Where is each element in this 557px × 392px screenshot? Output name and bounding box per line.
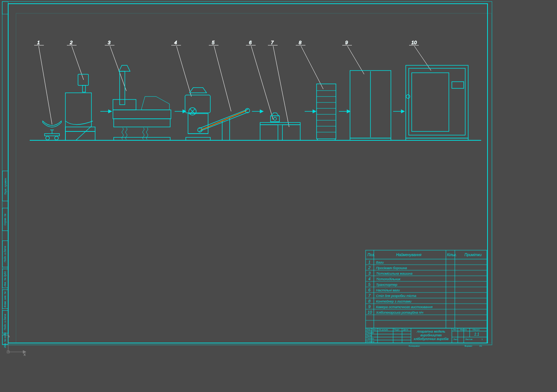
svg-rect-40 — [78, 74, 88, 85]
svg-line-18 — [347, 46, 364, 74]
svg-line-12 — [251, 46, 273, 120]
part-7: Стіл для розробки тіста — [376, 294, 416, 298]
th-name: Найменування — [396, 253, 422, 257]
side-strip-1: Перв. примен. — [2, 171, 8, 201]
part-10: Хлібопекарська ротаційна піч — [376, 311, 423, 314]
svg-rect-89 — [412, 73, 449, 131]
svg-line-2 — [39, 46, 52, 124]
eq-tablescale — [271, 113, 279, 122]
drawing-title-1: Апаратна модель — [417, 330, 446, 333]
side-strip-7: Инв. № подл. — [2, 335, 8, 344]
svg-text:Н.контр.: Н.контр. — [366, 340, 375, 343]
side-strip-5: Взам. инв. № — [2, 290, 8, 309]
svg-text:2: 2 — [368, 265, 370, 270]
svg-point-38 — [55, 136, 58, 140]
eq-rack — [317, 84, 336, 140]
svg-rect-91 — [452, 82, 464, 88]
svg-rect-36 — [45, 134, 59, 136]
svg-rect-42 — [65, 127, 95, 131]
svg-marker-23 — [109, 110, 111, 113]
part-1: Ваги — [376, 261, 383, 264]
callout-7: 7 — [271, 40, 274, 45]
svg-text:3: 3 — [368, 271, 371, 275]
svg-line-8 — [177, 46, 191, 97]
svg-text:8: 8 — [368, 299, 371, 303]
svg-text:Лист: Лист — [453, 338, 458, 340]
svg-text:Разраб.: Разраб. — [366, 331, 375, 334]
scale-value: 1:1 — [474, 332, 479, 336]
drawing-title-3: хлібобулочних виробів — [413, 337, 448, 341]
svg-marker-68 — [271, 113, 279, 116]
svg-text:Лист: Лист — [372, 329, 377, 331]
callout-2: 2 — [69, 40, 73, 45]
part-6: Настільні ваги — [376, 288, 400, 292]
side-strip-3: Подп. и дата — [2, 241, 8, 267]
drawing-canvas: 1 2 3 4 5 6 7 8 9 10 — [0, 0, 557, 392]
svg-rect-57 — [186, 137, 210, 140]
svg-text:4: 4 — [368, 277, 370, 281]
svg-text:9: 9 — [368, 304, 370, 309]
outer-border-thin — [2, 1, 492, 345]
callout-1: 1 — [37, 40, 40, 45]
svg-marker-48 — [119, 65, 130, 71]
svg-rect-41 — [82, 85, 85, 92]
svg-text:X: X — [24, 353, 26, 356]
svg-rect-87 — [406, 65, 468, 138]
svg-line-10 — [214, 46, 231, 111]
svg-text:Дата: Дата — [403, 329, 408, 331]
svg-marker-50 — [190, 88, 207, 93]
svg-rect-88 — [409, 68, 465, 135]
part-3: Тістомісильна машина — [376, 272, 412, 275]
side-strip-6: Подп. и дата — [2, 310, 8, 333]
eq-table — [260, 122, 300, 140]
callout-4: 4 — [174, 40, 177, 45]
part-5: Транспортер — [376, 283, 397, 287]
svg-marker-29 — [313, 110, 316, 113]
svg-text:6: 6 — [368, 288, 371, 292]
svg-marker-31 — [347, 110, 350, 113]
svg-point-67 — [273, 117, 276, 120]
svg-point-37 — [46, 136, 49, 140]
callout-9: 9 — [345, 40, 348, 45]
svg-text:5: 5 — [368, 282, 371, 287]
svg-rect-66 — [271, 116, 279, 122]
equipment — [43, 65, 468, 140]
svg-line-4 — [72, 46, 84, 80]
svg-text:10: 10 — [367, 310, 372, 314]
svg-marker-33 — [401, 110, 404, 113]
callout-8: 8 — [299, 40, 302, 45]
svg-rect-72 — [282, 125, 300, 140]
svg-rect-0 — [2, 1, 8, 14]
svg-text:Копировал: Копировал — [409, 345, 420, 347]
svg-line-20 — [414, 46, 431, 71]
svg-text:Листов: Листов — [465, 338, 473, 340]
th-pos: Поз. — [367, 253, 375, 257]
eq-conveyor — [198, 108, 250, 140]
svg-rect-46 — [114, 119, 170, 127]
svg-rect-43 — [65, 131, 95, 140]
outer-border — [8, 4, 488, 343]
svg-text:А1: А1 — [479, 345, 482, 347]
eq-proofer — [350, 71, 391, 140]
svg-text:Изм.: Изм. — [366, 329, 371, 331]
svg-text:1: 1 — [482, 338, 483, 340]
svg-text:№ докум.: № докум. — [379, 329, 389, 331]
eq-oven — [406, 65, 468, 140]
svg-rect-70 — [260, 122, 300, 125]
th-qty: Кільк. — [447, 253, 457, 257]
callout-6: 6 — [249, 40, 252, 45]
svg-text:Пров.: Пров. — [366, 334, 372, 337]
svg-text:Формат: Формат — [464, 345, 473, 347]
svg-line-58 — [199, 109, 248, 128]
svg-line-14 — [273, 46, 289, 127]
callout-10: 10 — [411, 40, 417, 45]
svg-marker-27 — [260, 110, 263, 113]
svg-rect-1 — [16, 13, 492, 343]
flow-arrows — [100, 110, 404, 113]
svg-text:Т.контр.: Т.контр. — [366, 337, 375, 340]
part-4: Тістоподільник — [376, 277, 401, 281]
side-strip-4: Инв. № дубл. — [2, 269, 8, 288]
svg-rect-73 — [317, 84, 336, 139]
callouts: 1 2 3 4 5 6 7 8 9 10 — [34, 40, 431, 127]
svg-marker-49 — [141, 97, 169, 110]
